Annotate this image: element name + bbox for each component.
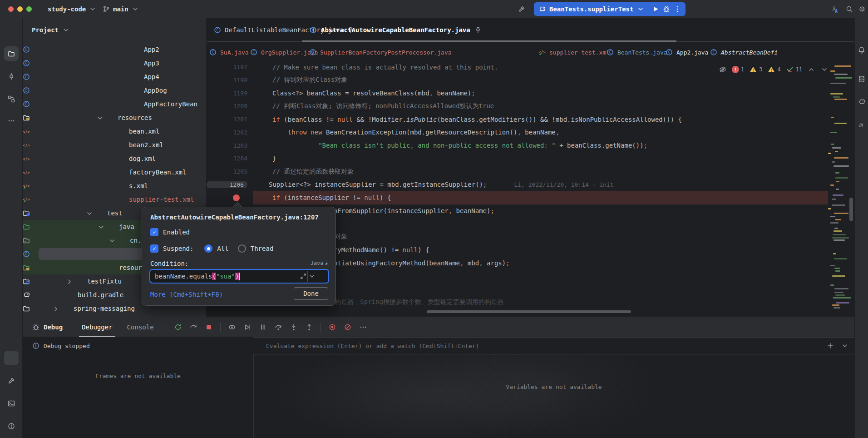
stripe-project-icon[interactable] [4,46,19,61]
svg-text:C: C [312,50,314,55]
previous-problem-icon[interactable] [807,65,815,74]
expand-editor-icon[interactable] [299,272,307,280]
stripe-structure-icon[interactable] [4,92,19,106]
maximize-window-button[interactable] [26,6,32,12]
chevron-down-icon[interactable] [86,210,92,216]
stripe-terminal-icon[interactable] [4,396,19,411]
chevron-down-icon[interactable] [96,114,103,121]
open-file-App2.java[interactable]: CApp2.java [665,42,708,63]
history-dropdown-icon[interactable] [308,272,316,280]
code-line: 1199Class<?> beanClass = resolveBeanClas… [207,87,828,100]
suspend-checkbox[interactable]: ✓ [150,244,158,253]
more-icon[interactable] [674,5,681,13]
tree-item-resources[interactable]: resources [23,111,206,124]
resume-icon[interactable] [243,323,252,331]
rerun-failed-icon[interactable] [189,323,197,331]
more-link[interactable]: More (Cmd+Shift+F8) [150,291,223,298]
tree-item-App4[interactable]: CApp4 [23,70,206,84]
run-icon[interactable] [652,5,659,13]
chevron-right-icon[interactable] [66,278,72,284]
next-problem-icon[interactable] [820,65,829,74]
stripe-more-icon[interactable] [4,114,19,128]
xml-icon: </> [23,141,30,149]
eye-icon[interactable] [228,323,236,331]
breakpoint-icon[interactable] [233,194,240,201]
branch-selector[interactable]: main [102,0,139,18]
stripe-build-icon[interactable] [4,373,19,388]
translate-icon[interactable]: 文A [831,5,839,13]
error-count[interactable]: !1 [732,66,744,73]
stripe-maven-icon[interactable]: m [854,117,868,132]
ok-count[interactable]: 11 [786,65,802,74]
highlighting-level-icon[interactable] [719,65,727,74]
chevron-down-icon[interactable] [98,224,104,230]
tree-item-dog.xml[interactable]: </>dog.xml [23,152,206,165]
vertical-scrollbar[interactable] [849,198,853,221]
more-icon[interactable] [359,323,367,331]
close-window-button[interactable] [8,6,14,12]
project-selector[interactable]: study-code [48,0,97,18]
error-stripe[interactable] [828,64,854,311]
open-file-AbstractBeanDefi[interactable]: CAbstractBeanDefi [710,42,778,63]
evaluate-expression-input[interactable]: Evaluate expression (Enter) or add a wat… [253,337,854,354]
stripe-notifications-icon[interactable] [854,43,868,57]
project-panel-header[interactable]: Project [32,24,70,36]
warning-count[interactable]: !3 [749,65,762,74]
tree-item-s.xml[interactable]: </>s.xml [23,179,206,193]
open-file-SuA.java[interactable]: CSuA.java [209,42,249,63]
stripe-database-icon[interactable] [854,72,868,86]
stripe-debug-icon[interactable] [4,351,19,365]
minimize-window-button[interactable] [17,6,23,12]
debug-panel-label[interactable]: Debug [32,323,63,331]
open-file-BeanTests.java[interactable]: CBeanTests.java [606,42,667,63]
stop-icon[interactable] [205,323,213,331]
horizontal-scrollbar[interactable] [427,310,631,313]
tree-item-App3[interactable]: CApp3 [23,56,206,70]
code-line: 1200// 判断Class对象; 访问修饰符; nonPublicAccess… [207,100,828,113]
run-configuration-name: BeanTests.supplierTest [549,5,633,13]
suspend-all-radio[interactable] [204,244,212,253]
stripe-problems-icon[interactable] [4,419,19,433]
tree-item-bean2.xml[interactable]: </>bean2.xml [23,138,206,152]
weak-warning-count[interactable]: !4 [767,65,780,74]
rerun-icon[interactable] [174,323,182,331]
view-breakpoints-icon[interactable] [328,323,336,331]
settings-icon[interactable] [858,5,866,13]
debug-tab-Console[interactable]: Console [120,317,161,337]
step-out-icon[interactable] [305,323,313,331]
mute-breakpoints-icon[interactable] [344,323,352,331]
step-over-icon[interactable] [274,323,282,331]
expand-icon[interactable] [841,342,849,350]
build-hammer-icon[interactable] [518,5,526,13]
inspections-widget[interactable]: !1 !3 !4 11 [719,64,829,75]
enabled-checkbox[interactable]: ✓ [150,228,158,236]
suspend-thread-radio[interactable] [238,244,246,253]
tree-item-AppDog[interactable]: CAppDog [23,84,206,97]
tree-item-App2[interactable]: CApp2 [23,43,206,56]
debug-icon[interactable] [663,5,670,13]
debug-tab-Debugger[interactable]: Debugger [74,317,119,337]
run-configuration-pill[interactable]: BeanTests.supplierTest [534,2,686,16]
tree-item-AppFactoryBean[interactable]: CAppFactoryBean [23,97,206,111]
editor-tab[interactable]: CAbstractAutowireCapableBeanFactory.java [302,18,490,42]
stripe-gradle-icon[interactable] [854,95,868,109]
open-file-OrgSupplier.java[interactable]: COrgSupplier.java [250,42,318,63]
debug-icon [32,323,40,331]
tree-item-bean.xml[interactable]: </>bean.xml [23,124,206,138]
step-into-icon[interactable] [290,323,298,331]
tree-item-factoryBean.xml[interactable]: </>factoryBean.xml [23,165,206,179]
condition-language-selector[interactable]: Java ◢ [311,260,327,266]
open-file-supplier-test.xml[interactable]: </>supplier-test.xml [538,42,610,63]
stripe-commit-icon[interactable] [4,69,19,84]
chevron-down-icon[interactable] [637,5,644,13]
open-file-SupplierBeanFactoryPostProcessor.java[interactable]: CSupplierBeanFactoryPostProcessor.java [309,42,452,63]
editor-tab[interactable]: CDefaultListableBeanFactory.java [207,18,302,42]
pause-icon[interactable] [259,323,267,331]
tree-item-supplier-test.xml[interactable]: </>supplier-test.xml [23,193,206,206]
add-watch-icon[interactable] [826,342,834,350]
done-button[interactable]: Done [294,287,328,300]
search-icon[interactable] [845,5,853,13]
condition-input[interactable]: beanName.equals("sua") [149,269,329,284]
chevron-right-icon[interactable] [52,305,59,312]
chevron-down-icon[interactable] [108,237,115,244]
